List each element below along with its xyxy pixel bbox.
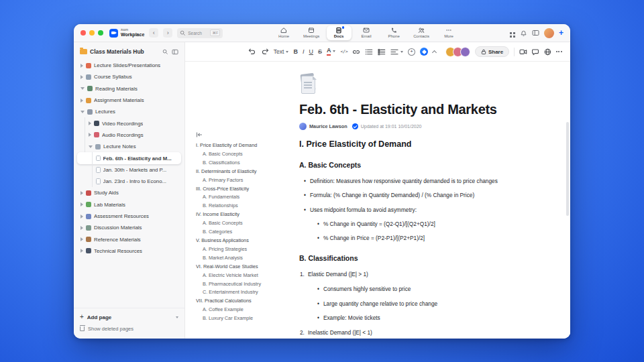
sidebar-page-item[interactable]: Feb. 6th - Elasticity and M... — [77, 152, 181, 164]
sidebar-page-item[interactable]: Assignment Materials — [77, 95, 181, 106]
outline-item[interactable]: A. Coffee Example — [196, 306, 297, 314]
outline-item[interactable]: V. Business Applications — [196, 237, 297, 245]
comments-icon[interactable] — [532, 48, 539, 56]
link-icon[interactable] — [352, 48, 360, 56]
outline-item[interactable]: B. Luxury Car Example — [196, 314, 297, 323]
user-avatar[interactable] — [544, 28, 554, 38]
italic-button[interactable]: I — [303, 48, 305, 55]
chevron-icon[interactable] — [80, 191, 83, 195]
add-page-chevron-icon[interactable] — [176, 316, 178, 318]
more-options-icon[interactable] — [556, 51, 562, 52]
bold-button[interactable]: B — [293, 48, 298, 55]
show-deleted-pages-button[interactable]: Show deleted pages — [80, 326, 178, 332]
sidebar-page-item[interactable]: Technical Resources — [77, 245, 181, 257]
share-button[interactable]: Share — [475, 46, 509, 57]
collapse-outline-icon[interactable] — [196, 131, 297, 138]
add-page-button[interactable]: + Add page — [80, 314, 178, 320]
chevron-icon[interactable] — [80, 99, 83, 103]
redo-icon[interactable] — [261, 48, 269, 56]
document-block[interactable]: Example: Movie tickets — [299, 314, 530, 322]
video-call-icon[interactable] — [519, 48, 527, 56]
sidebar-page-item[interactable]: Study Aids — [77, 187, 181, 198]
sidebar-page-item[interactable]: Video Recordings — [77, 117, 181, 129]
alignment-dropdown[interactable] — [390, 48, 403, 56]
strikethrough-button[interactable]: S — [318, 48, 322, 55]
document-block[interactable]: 2. Inelastic Demand (|E| < 1) — [299, 329, 530, 337]
document-block[interactable]: Formula: (% Change in Quantity Demanded)… — [299, 192, 530, 199]
outline-item[interactable]: VII. Practical Calculations — [196, 297, 297, 306]
sidebar-page-item[interactable]: Assessment Resources — [77, 210, 181, 222]
underline-button[interactable]: U — [309, 48, 313, 55]
outline-item[interactable]: A. Pricing Strategies — [196, 245, 297, 254]
outline-item[interactable]: B. Market Analysis — [196, 254, 297, 263]
chevron-icon[interactable] — [89, 133, 91, 137]
document-title[interactable]: Feb. 6th - Elasticity and Markets — [299, 102, 530, 117]
tab-meetings[interactable]: Meetings — [299, 25, 324, 40]
chevron-icon[interactable] — [80, 64, 83, 68]
chevron-icon[interactable] — [80, 87, 85, 90]
new-meeting-plus-button[interactable]: + — [559, 29, 564, 37]
document-block[interactable]: 1. Elastic Demand (|E| > 1) — [299, 271, 530, 278]
chevron-icon[interactable] — [80, 111, 85, 113]
bullet-list-icon[interactable] — [365, 48, 373, 56]
outline-item[interactable]: VI. Real-World Case Studies — [196, 263, 297, 272]
document-block[interactable]: % Change in Quantity = (Q2-Q1)/[(Q2+Q1)/… — [299, 221, 530, 228]
panel-toggle-icon[interactable] — [532, 29, 539, 36]
sidebar-page-item[interactable]: Reference Materials — [77, 233, 181, 245]
chevron-icon[interactable] — [80, 202, 83, 206]
outline-item[interactable]: A. Basic Concepts — [196, 219, 297, 228]
chevron-icon[interactable] — [89, 121, 91, 125]
text-style-dropdown[interactable]: Text — [274, 48, 289, 55]
undo-icon[interactable] — [248, 48, 256, 56]
chevron-icon[interactable] — [80, 237, 83, 241]
notifications-bell-icon[interactable] — [520, 29, 527, 37]
scrollbar-thumb[interactable] — [566, 122, 569, 216]
sidebar-page-item[interactable]: Lecture Notes — [77, 141, 181, 152]
sidebar-page-item[interactable]: Lectures — [77, 106, 181, 117]
outline-item[interactable]: A. Primary Factors — [196, 176, 297, 185]
tab-home[interactable]: Home — [272, 25, 297, 40]
outline-item[interactable]: B. Pharmaceutical Industry — [196, 280, 297, 289]
sidebar-page-item[interactable]: Lecture Slides/Presentations — [77, 60, 181, 71]
outline-item[interactable]: B. Categories — [196, 228, 297, 237]
outline-item[interactable]: IV. Income Elasticity — [196, 210, 297, 219]
document-block[interactable]: Consumers highly sensitive to price — [299, 286, 530, 293]
document-block[interactable]: B. Classifications — [299, 253, 530, 263]
sidebar-page-item[interactable]: Reading Materials — [77, 83, 181, 95]
close-window-button[interactable] — [80, 30, 86, 36]
insert-plus-button[interactable]: + — [408, 48, 415, 56]
outline-item[interactable]: A. Electric Vehicle Market — [196, 272, 297, 280]
collaborator-avatar[interactable] — [460, 47, 470, 57]
outline-item[interactable]: A. Basic Concepts — [196, 150, 297, 159]
outline-item[interactable]: A. Fundamentals — [196, 193, 297, 202]
sidebar-collapse-icon[interactable] — [172, 49, 178, 55]
ai-companion-button[interactable] — [420, 48, 428, 56]
outline-item[interactable]: B. Relationships — [196, 202, 297, 210]
nav-forward-button[interactable]: › — [163, 28, 172, 38]
minimize-window-button[interactable] — [89, 30, 95, 36]
global-search-input[interactable]: Search ⌘F — [177, 28, 223, 38]
tab-more[interactable]: More — [437, 25, 462, 40]
section-heading[interactable]: I. Price Elasticity of Demand — [299, 139, 530, 149]
checklist-icon[interactable] — [378, 48, 386, 56]
document-block[interactable]: A. Basic Concepts — [299, 160, 530, 170]
maximize-window-button[interactable] — [98, 30, 103, 36]
tab-email[interactable]: Email — [354, 25, 379, 40]
outline-item[interactable]: B. Classifications — [196, 159, 297, 168]
chevron-icon[interactable] — [80, 226, 83, 230]
tab-contacts[interactable]: Contacts — [409, 25, 434, 40]
sidebar-page-item[interactable]: Course Syllabus — [77, 71, 181, 82]
sidebar-page-item[interactable]: Lab Materials — [77, 199, 181, 210]
tab-docs[interactable]: Docs — [327, 25, 352, 40]
font-color-dropdown[interactable]: A — [327, 48, 336, 56]
document-block[interactable]: Large quantity change relative to price … — [299, 300, 530, 308]
outline-item[interactable]: I. Price Elasticity of Demand — [196, 141, 297, 150]
chevron-icon[interactable] — [80, 215, 83, 219]
chevron-icon[interactable] — [89, 145, 93, 148]
chevron-icon[interactable] — [80, 249, 83, 253]
document-block[interactable]: Uses midpoint formula to avoid asymmetry… — [299, 206, 530, 214]
tab-phone[interactable]: Phone — [382, 25, 407, 40]
outline-item[interactable]: II. Determinants of Elasticity — [196, 168, 297, 176]
outline-item[interactable]: C. Entertainment Industry — [196, 288, 297, 297]
document-block[interactable]: % Change in Price = (P2-P1)/[(P2+P1)/2] — [299, 235, 530, 242]
